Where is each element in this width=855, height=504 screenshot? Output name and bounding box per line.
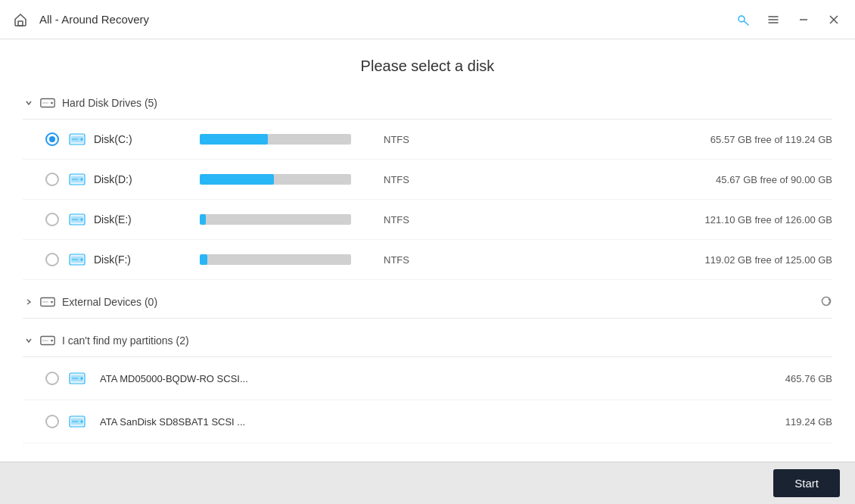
partition-1-size: 465.76 GB (785, 373, 832, 384)
table-row[interactable]: Disk(F:) NTFS 119.02 GB free of 125.00 G… (23, 240, 832, 280)
app-title: All - Around Recovery (39, 13, 731, 26)
disk-d-fs: NTFS (374, 174, 419, 185)
disk-f-fs: NTFS (374, 254, 419, 266)
disk-f-bar (200, 254, 351, 265)
chevron-down-icon-2 (23, 334, 35, 347)
page-title: Please select a disk (0, 39, 855, 87)
table-row[interactable]: Disk(C:) NTFS 65.57 GB free of 119.24 GB (23, 120, 832, 160)
svg-point-10 (51, 102, 53, 104)
disk-list: Hard Disk Drives (5) Disk(C:) NTFS 65.57… (0, 87, 855, 462)
disk-d-bar (200, 174, 351, 185)
disk-f-name: Disk(F:) (94, 254, 154, 266)
section-external-devices[interactable]: External Devices (0) (23, 286, 832, 319)
partition-1-name: ATA MD05000-BQDW-RO SCSI... (100, 373, 770, 384)
refresh-button[interactable] (820, 295, 832, 310)
section-hard-disk-drives[interactable]: Hard Disk Drives (5) (23, 87, 832, 120)
list-item[interactable]: ATA SanDisk SD8SBAT1 SCSI ... 119.24 GB (23, 400, 832, 443)
hdd-icon (39, 95, 56, 111)
disk-d-size: 45.67 GB free of 90.00 GB (716, 174, 832, 185)
svg-point-22 (81, 219, 83, 221)
section-cant-find-partitions[interactable]: I can't find my partitions (2) (23, 325, 832, 357)
disk-f-icon (67, 249, 88, 270)
svg-point-40 (81, 421, 83, 423)
disk-e-radio[interactable] (45, 213, 59, 226)
partition-2-size: 119.24 GB (785, 416, 832, 428)
home-button[interactable] (9, 8, 32, 31)
disk-e-bar (200, 214, 351, 225)
chevron-right-icon (23, 296, 35, 308)
partition-1-radio[interactable] (45, 372, 59, 385)
close-button[interactable] (822, 8, 846, 32)
main-content: Please select a disk Hard Disk Drives (5… (0, 39, 855, 462)
disk-c-bar (200, 134, 351, 145)
svg-point-18 (81, 179, 83, 181)
svg-point-36 (81, 378, 83, 380)
external-hdd-icon (39, 294, 56, 310)
partition-2-name: ATA SanDisk SD8SBAT1 SCSI ... (100, 416, 770, 428)
disk-c-icon (67, 129, 88, 150)
list-item[interactable]: ATA MD05000-BQDW-RO SCSI... 465.76 GB (23, 357, 832, 400)
hard-disk-drives-label: Hard Disk Drives (5) (62, 97, 157, 109)
partition-1-icon (67, 368, 88, 389)
svg-point-26 (81, 259, 83, 261)
partitions-hdd-icon (39, 332, 56, 349)
minimize-button[interactable] (791, 8, 816, 32)
svg-point-32 (51, 340, 53, 342)
disk-d-name: Disk(D:) (94, 173, 154, 185)
partition-2-radio[interactable] (45, 415, 59, 428)
external-devices-label: External Devices (0) (62, 296, 157, 308)
disk-f-size: 119.02 GB free of 125.00 GB (705, 254, 832, 266)
svg-point-29 (51, 301, 53, 303)
disk-c-size: 65.57 GB free of 119.24 GB (710, 134, 832, 145)
disk-e-name: Disk(E:) (94, 213, 154, 226)
bottom-bar: Start (0, 462, 855, 504)
disk-e-fs: NTFS (374, 214, 419, 226)
key-button[interactable] (731, 8, 755, 32)
cant-find-partitions-label: I can't find my partitions (2) (62, 334, 189, 347)
titlebar-actions (731, 8, 846, 32)
start-button[interactable]: Start (773, 469, 840, 497)
disk-c-fs: NTFS (374, 134, 419, 145)
disk-d-icon (67, 169, 88, 190)
svg-point-14 (81, 138, 83, 141)
menu-button[interactable] (761, 8, 785, 32)
disk-c-name: Disk(C:) (94, 133, 154, 145)
disk-e-size: 121.10 GB free of 126.00 GB (705, 214, 832, 226)
svg-line-2 (745, 21, 749, 25)
disk-c-radio[interactable] (45, 132, 59, 146)
svg-rect-0 (18, 21, 23, 26)
table-row[interactable]: Disk(D:) NTFS 45.67 GB free of 90.00 GB (23, 160, 832, 200)
titlebar: All - Around Recovery (0, 0, 855, 39)
disk-d-radio[interactable] (45, 173, 59, 186)
partition-2-icon (67, 411, 88, 432)
chevron-down-icon (23, 97, 35, 109)
disk-f-radio[interactable] (45, 253, 59, 266)
disk-e-icon (67, 209, 88, 230)
table-row[interactable]: Disk(E:) NTFS 121.10 GB free of 126.00 G… (23, 200, 832, 240)
